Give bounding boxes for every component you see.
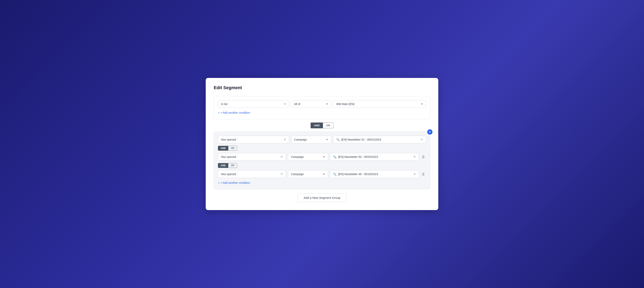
- clear-field-inlist[interactable]: ✕: [284, 102, 286, 106]
- add-condition-btn-group2[interactable]: + + Add another condition: [218, 180, 250, 185]
- or-btn-2[interactable]: OR: [228, 163, 237, 168]
- and-or-row-2: AND OR: [218, 163, 426, 168]
- delete-row-3-button[interactable]: 🗑: [421, 171, 426, 177]
- field-label-inlist: In list: [221, 102, 228, 106]
- and-or-row-1: AND OR: [218, 146, 426, 151]
- trash-icon: 🗑: [422, 172, 425, 176]
- search-icon: 🔍: [333, 155, 336, 159]
- operator-select-allof[interactable]: All of ▼: [291, 100, 331, 108]
- segment-group-1: In list ✕ All of ▼ WM Main [EN] ▼ + + Ad…: [214, 96, 430, 119]
- operator-select-campaign-3[interactable]: Campaign ▼: [288, 170, 328, 178]
- add-condition-btn-group1[interactable]: + + Add another condition: [218, 110, 250, 115]
- condition-row-g2-2: Has opened ✕ Campaign ▼ 🔍 [EN] Newslette…: [218, 153, 426, 161]
- campaign-value-1: [EN] Newsletter 51 - 06/01/2023: [341, 138, 419, 141]
- condition-row-g2-1: Has opened ✕ Campaign ▼ 🔍 [EN] Newslette…: [218, 136, 426, 143]
- connector-or-btn[interactable]: OR: [323, 122, 334, 128]
- operator-label-allof: All of: [294, 102, 300, 106]
- campaign-search-1[interactable]: 🔍 [EN] Newsletter 51 - 06/01/2023 ✕: [333, 136, 426, 143]
- or-btn-1[interactable]: OR: [228, 146, 237, 151]
- clear-campaign-3[interactable]: ✕: [413, 173, 416, 176]
- and-btn-1[interactable]: AND: [218, 146, 228, 151]
- plus-icon: +: [218, 111, 220, 114]
- edit-segment-modal: Edit Segment In list ✕ All of ▼ WM Main …: [206, 78, 438, 210]
- field-select-inlist[interactable]: In list ✕: [218, 100, 289, 108]
- condition-row-g2-3: Has opened ✕ Campaign ▼ 🔍 [EN] Newslette…: [218, 170, 426, 178]
- clear-field-hasopened-2[interactable]: ✕: [280, 155, 283, 159]
- chevron-down-icon: ▼: [323, 173, 325, 176]
- operator-select-campaign-1[interactable]: Campaign ▼: [291, 136, 331, 143]
- clear-campaign-1[interactable]: ✕: [420, 138, 423, 141]
- delete-row-2-button[interactable]: 🗑: [421, 154, 426, 160]
- close-icon: ✕: [429, 130, 431, 133]
- connector-row: AND OR: [214, 122, 430, 128]
- search-icon: 🔍: [336, 138, 340, 141]
- campaign-value-3: [EN] Newsletter 49 - 05/18/2023: [338, 173, 412, 176]
- clear-field-hasopened-1[interactable]: ✕: [284, 138, 286, 141]
- chevron-down-icon: ▼: [421, 103, 423, 105]
- field-select-hasopened-1[interactable]: Has opened ✕: [218, 136, 289, 143]
- chevron-down-icon: ▼: [326, 103, 328, 105]
- field-label-hasopened-3: Has opened: [221, 173, 236, 176]
- operator-label-campaign-2: Campaign: [291, 155, 304, 159]
- operator-label-campaign-3: Campaign: [291, 173, 304, 176]
- condition-row-1: In list ✕ All of ▼ WM Main [EN] ▼: [218, 100, 426, 108]
- field-select-hasopened-2[interactable]: Has opened ✕: [218, 153, 286, 161]
- field-label-hasopened-2: Has opened: [221, 155, 236, 159]
- field-label-hasopened-1: Has opened: [221, 138, 236, 141]
- campaign-search-2[interactable]: 🔍 [EN] Newsletter 50 - 05/25/2023 ✕: [330, 153, 419, 161]
- campaign-search-3[interactable]: 🔍 [EN] Newsletter 49 - 05/18/2023 ✕: [330, 170, 419, 178]
- trash-icon: 🗑: [422, 155, 425, 159]
- segment-group-2: ✕ Has opened ✕ Campaign ▼ 🔍 [EN] Newslet…: [214, 131, 430, 189]
- clear-field-hasopened-3[interactable]: ✕: [280, 173, 283, 176]
- connector-and-btn[interactable]: AND: [310, 122, 323, 128]
- clear-campaign-2[interactable]: ✕: [413, 155, 416, 159]
- and-btn-2[interactable]: AND: [218, 163, 228, 168]
- search-icon: 🔍: [333, 173, 336, 176]
- value-label-wmmain: WM Main [EN]: [336, 102, 354, 106]
- add-segment-group-button[interactable]: Add a New Segment Group: [298, 193, 346, 202]
- operator-label-campaign-1: Campaign: [294, 138, 307, 141]
- campaign-value-2: [EN] Newsletter 50 - 05/25/2023: [338, 155, 412, 159]
- value-select-wmmain[interactable]: WM Main [EN] ▼: [333, 100, 426, 108]
- chevron-down-icon: ▼: [326, 138, 328, 141]
- page-title: Edit Segment: [214, 85, 430, 90]
- chevron-down-icon: ▼: [323, 156, 325, 158]
- operator-select-campaign-2[interactable]: Campaign ▼: [288, 153, 328, 161]
- plus-icon: +: [218, 181, 220, 184]
- field-select-hasopened-3[interactable]: Has opened ✕: [218, 170, 286, 178]
- close-group2-button[interactable]: ✕: [427, 129, 432, 134]
